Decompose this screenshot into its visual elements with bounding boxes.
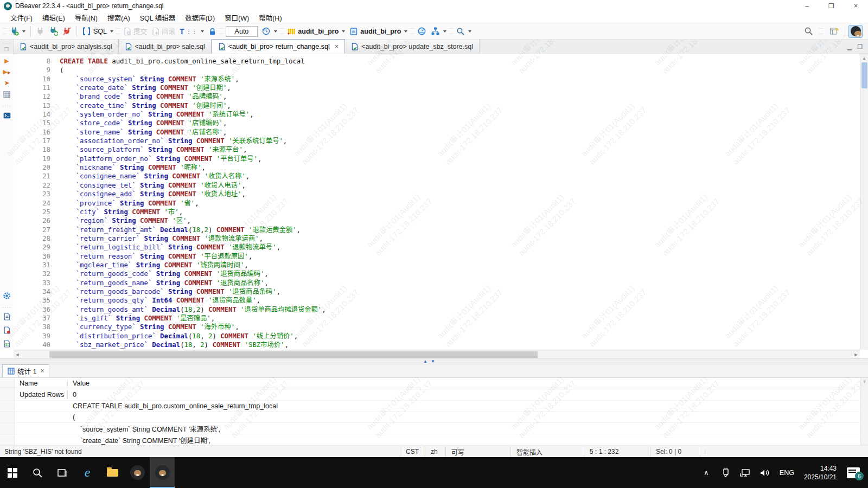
code-line[interactable]: `create_date` String COMMENT '创建日期', bbox=[60, 84, 860, 92]
code-line[interactable]: `region` String COMMENT '区', bbox=[60, 216, 860, 225]
search-button[interactable] bbox=[454, 25, 474, 37]
clock[interactable]: 14:43 2025/10/21 bbox=[800, 464, 841, 481]
settings-gear-icon[interactable] bbox=[3, 292, 11, 302]
code-line[interactable]: `return_freight_amt` Decimal(18,2) COMME… bbox=[60, 226, 860, 234]
volume-tray-button[interactable] bbox=[756, 457, 774, 488]
stats-row-3[interactable]: `source_system` String COMMENT '来源系统', bbox=[0, 423, 860, 434]
column-header-name[interactable]: Name bbox=[15, 380, 68, 387]
code-line[interactable]: `consignee_tel` String COMMENT '收货人电话', bbox=[60, 181, 860, 190]
transaction-log-button[interactable] bbox=[259, 25, 279, 37]
menu-item-4[interactable]: SQL 编辑器 bbox=[135, 12, 181, 23]
vertical-scrollbar[interactable]: ▲ ▼ bbox=[860, 54, 868, 350]
stats-row-1[interactable]: CREATE TABLE audit_bi_pro.custom_online_… bbox=[0, 401, 860, 412]
menu-item-2[interactable]: 导航(N) bbox=[70, 12, 103, 23]
tab-statistics[interactable]: 统计 1 × bbox=[2, 364, 49, 377]
grid-view-icon[interactable] bbox=[4, 340, 10, 350]
code-line[interactable]: `platform_order_no` String COMMENT '平台订单… bbox=[60, 155, 860, 163]
code-line[interactable]: CREATE TABLE audit_bi_pro.custom_online_… bbox=[60, 57, 860, 66]
code-line[interactable]: `mgclear_time` String COMMENT '钱货两清时间', bbox=[60, 261, 860, 269]
code-line[interactable]: `province` String COMMENT '省', bbox=[60, 199, 860, 208]
code-line[interactable]: `currency_type` String COMMENT '海外币种', bbox=[60, 323, 860, 331]
code-line[interactable]: `sbz_market_price` Decimal(18, 2) COMMEN… bbox=[60, 341, 860, 349]
scroll-down-icon[interactable]: ∨ bbox=[863, 379, 866, 384]
rollback-button[interactable]: 回滚 bbox=[149, 24, 177, 38]
sql-editor-button[interactable]: SQL bbox=[80, 25, 116, 37]
language-indicator[interactable]: ENG bbox=[775, 469, 799, 477]
scroll-right-icon[interactable]: ► bbox=[852, 350, 860, 359]
open-console-icon[interactable] bbox=[3, 111, 11, 121]
scroll-left-icon[interactable]: ◄ bbox=[14, 350, 21, 359]
menu-item-0[interactable]: 文件(F) bbox=[5, 12, 37, 23]
network-tray-button[interactable] bbox=[736, 457, 755, 488]
status-segment-4[interactable]: 5 : 1 : 232 bbox=[584, 446, 650, 458]
editor-tab-3[interactable]: <audit_bi_pro> update_sbz_store.sql bbox=[345, 40, 480, 54]
auto-commit-button[interactable]: Auto bbox=[226, 26, 258, 37]
menu-item-7[interactable]: 帮助(H) bbox=[254, 12, 286, 23]
usb-tray-button[interactable] bbox=[717, 457, 735, 488]
code-line[interactable]: `store_name` String COMMENT '店铺名称', bbox=[60, 128, 860, 137]
internet-explorer-button[interactable]: e bbox=[75, 457, 100, 488]
vscroll-thumb[interactable] bbox=[861, 62, 867, 88]
code-line[interactable]: `store_code` String COMMENT '店铺编码', bbox=[60, 119, 860, 127]
editor-tab-1[interactable]: <audit_bi_pro> sale.sql bbox=[119, 40, 212, 54]
maximize-button[interactable]: ❐ bbox=[819, 0, 844, 12]
network-profile-button[interactable] bbox=[429, 25, 449, 37]
code-line[interactable]: `return_goods_qty` Int64 COMMENT '退货商品数量… bbox=[60, 296, 860, 305]
code-line[interactable]: `return_goods_barcode` String COMMENT '退… bbox=[60, 287, 860, 296]
status-segment-0[interactable]: CST bbox=[400, 446, 425, 458]
transaction-mode-button[interactable]: T ⋮⋮ bbox=[177, 25, 206, 37]
status-segment-2[interactable]: 可写 bbox=[445, 446, 510, 458]
editor-tab-2[interactable]: <audit_bi_pro> return_change.sql× bbox=[212, 39, 346, 54]
splitter-down-icon[interactable]: ▼ bbox=[431, 359, 435, 364]
code-line[interactable]: `city` String COMMENT '市', bbox=[60, 208, 860, 216]
dashboard-button[interactable] bbox=[415, 25, 429, 37]
panel-scrollbar[interactable]: ∨ bbox=[860, 378, 868, 446]
code-line[interactable]: `return_carrier` String COMMENT '退款物流承运商… bbox=[60, 234, 860, 243]
code-line[interactable]: `return_logistic_bill` String COMMENT '退… bbox=[60, 243, 860, 252]
tray-expand-button[interactable]: ∧ bbox=[697, 457, 716, 488]
code-line[interactable]: `source_system` String COMMENT '来源系统', bbox=[60, 75, 860, 84]
user-avatar-button[interactable] bbox=[848, 25, 863, 38]
code-line[interactable]: `return_goods_name` String COMMENT '退货商品… bbox=[60, 279, 860, 287]
minimize-view-icon[interactable]: ▁ bbox=[847, 43, 852, 50]
start-button[interactable] bbox=[0, 457, 25, 488]
status-segment-5[interactable]: Sel: 0 | 0 bbox=[650, 446, 700, 458]
hscroll-thumb[interactable] bbox=[49, 351, 538, 358]
horizontal-scrollbar[interactable]: ◄ ► bbox=[14, 350, 860, 358]
execute-new-tab-icon[interactable]: ➤ bbox=[4, 79, 9, 87]
action-center-button[interactable]: 6 bbox=[842, 457, 865, 488]
new-connection-button[interactable] bbox=[8, 25, 28, 37]
stats-row-4[interactable]: `create_date` String COMMENT '创建日期', bbox=[0, 434, 860, 446]
minimize-button[interactable]: – bbox=[795, 0, 819, 12]
code-line[interactable]: `association_order_no` String COMMENT '关… bbox=[60, 137, 860, 145]
panel-splitter[interactable]: ▲ ▼ bbox=[0, 358, 868, 364]
disconnect-button[interactable] bbox=[60, 25, 74, 37]
editor-tab-0[interactable]: <audit_bi_pro> analysis.sql bbox=[14, 40, 119, 54]
menu-item-1[interactable]: 编辑(E) bbox=[37, 12, 70, 23]
close-button[interactable]: × bbox=[844, 0, 868, 12]
dbeaver-taskbar-button[interactable] bbox=[125, 457, 150, 488]
restore-view-icon[interactable]: ❐ bbox=[4, 47, 9, 52]
menu-item-3[interactable]: 搜索(A) bbox=[103, 12, 135, 23]
code-line[interactable]: `consignee_add` String COMMENT '收货人地址', bbox=[60, 190, 860, 198]
menu-item-6[interactable]: 窗口(W) bbox=[220, 12, 254, 23]
code-line[interactable]: `consignee_name` String COMMENT '收货人名称', bbox=[60, 172, 860, 181]
maximize-view-icon[interactable]: ❐ bbox=[857, 43, 863, 50]
code-line[interactable]: `return_reason` String COMMENT '平台退款原因', bbox=[60, 252, 860, 261]
splitter-up-icon[interactable]: ▲ bbox=[423, 359, 427, 364]
reconnect-button[interactable] bbox=[47, 25, 60, 37]
quick-search-button[interactable] bbox=[802, 25, 815, 37]
open-perspective-button[interactable] bbox=[827, 25, 841, 37]
close-tab-icon[interactable]: × bbox=[335, 42, 339, 50]
execute-statement-icon[interactable]: ▶ bbox=[4, 57, 9, 65]
code-line[interactable]: `distribution_price` Decimal(18, 2) COMM… bbox=[60, 332, 860, 341]
connect-button[interactable] bbox=[34, 25, 47, 37]
lock-button[interactable] bbox=[206, 25, 219, 37]
taskbar-search-button[interactable] bbox=[25, 457, 50, 488]
task-view-button[interactable] bbox=[50, 457, 75, 488]
code-line[interactable]: `return_goods_code` String COMMENT '退货商品… bbox=[60, 269, 860, 278]
menu-item-5[interactable]: 数据库(D) bbox=[180, 12, 220, 23]
code-line[interactable]: `return_goods_amt` Decimal(18,2) COMMENT… bbox=[60, 305, 860, 314]
stats-row-0[interactable]: Updated Rows0 bbox=[0, 389, 860, 401]
execute-script-icon[interactable]: ▶▶ bbox=[3, 68, 11, 75]
